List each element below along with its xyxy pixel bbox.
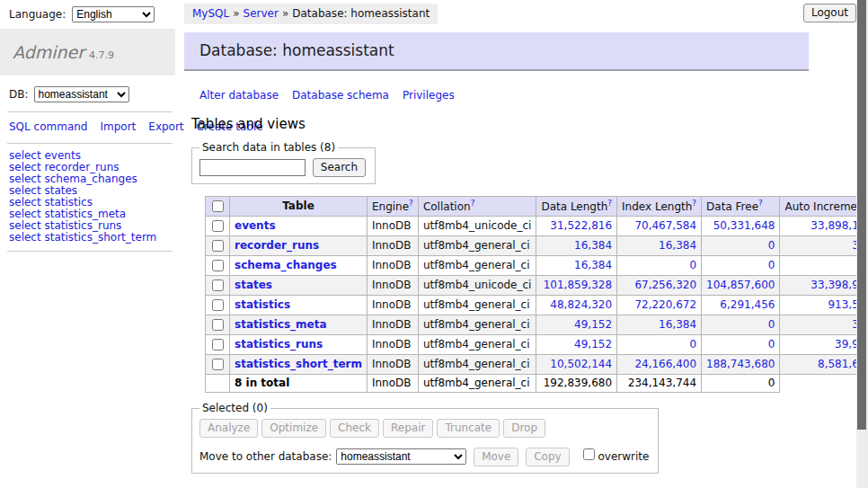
table-link-schema-changes[interactable]: schema_changes [235, 259, 337, 271]
data-free-link[interactable]: 50,331,648 [713, 219, 775, 232]
data-length-link[interactable]: 49,152 [574, 338, 612, 350]
table-link-statistics-runs[interactable]: statistics_runs [235, 338, 323, 350]
overwrite-option[interactable]: overwrite [580, 450, 649, 463]
data-length-link[interactable]: 101,859,328 [544, 279, 612, 291]
sidebar-action-import[interactable]: Import [100, 120, 136, 133]
collation-cell: utf8mb4_general_ci [418, 315, 536, 335]
copy-button[interactable]: Copy [526, 448, 569, 466]
help-icon[interactable]: ? [607, 199, 612, 208]
analyze-button[interactable]: Analyze [199, 419, 258, 438]
row-checkbox-statistics-runs[interactable] [212, 339, 224, 350]
table-link-statistics-meta[interactable]: statistics_meta [235, 318, 327, 331]
table-link-statistics-short-term[interactable]: statistics_short_term [235, 358, 362, 370]
check-button[interactable]: Check [330, 419, 379, 438]
data-length-link[interactable]: 10,502,144 [550, 358, 612, 370]
data-free-cell: 0 [702, 236, 780, 256]
engine-cell: InnoDB [367, 276, 418, 296]
overwrite-checkbox[interactable] [583, 448, 595, 460]
db-link-database-schema[interactable]: Database schema [292, 89, 389, 102]
optimize-button[interactable]: Optimize [261, 419, 326, 438]
table-link-statistics[interactable]: statistics [235, 298, 290, 311]
sidebar-item-select-statistics[interactable]: select statistics [9, 197, 175, 209]
index-length-link[interactable]: 67,256,320 [634, 279, 696, 291]
sidebar-divider [7, 251, 173, 252]
data-free-link[interactable]: 0 [768, 259, 775, 271]
data-free-link[interactable]: 0 [768, 338, 775, 350]
data-length-link[interactable]: 16,384 [574, 239, 612, 252]
language-select[interactable]: English [72, 6, 155, 22]
row-checkbox-statistics-meta[interactable] [212, 319, 224, 331]
table-link-events[interactable]: events [235, 219, 276, 232]
index-length-cell: 24,166,400 [617, 355, 702, 375]
db-select[interactable]: homeassistant [34, 86, 129, 102]
row-checkbox-recorder-runs[interactable] [212, 240, 224, 252]
total-data-free-cell: 0 [702, 375, 780, 393]
data-length-link[interactable]: 49,152 [574, 318, 612, 331]
breadcrumb: MySQL»Server»Database: homeassistant [184, 4, 438, 24]
column-help-data-length: ? [607, 199, 612, 208]
drop-button[interactable]: Drop [503, 419, 545, 438]
data-length-link[interactable]: 31,522,816 [550, 219, 612, 232]
index-length-link[interactable]: 16,384 [659, 318, 696, 331]
help-icon[interactable]: ? [758, 199, 763, 208]
index-length-link[interactable]: 16,384 [659, 239, 696, 252]
data-length-link[interactable]: 16,384 [574, 259, 612, 271]
data-free-link[interactable]: 0 [768, 318, 775, 331]
row-checkbox-states[interactable] [212, 279, 224, 291]
index-length-link[interactable]: 0 [689, 259, 696, 271]
row-checkbox-statistics[interactable] [212, 299, 224, 311]
sidebar-item-select-states[interactable]: select states [9, 185, 175, 197]
sidebar-item-select-statistics-meta[interactable]: select statistics_meta [9, 209, 175, 220]
scrollbar-thumb[interactable] [857, 0, 866, 430]
data-free-link[interactable]: 0 [768, 239, 775, 252]
index-length-link[interactable]: 72,220,672 [634, 298, 696, 311]
search-button[interactable]: Search [313, 158, 366, 177]
auto-increment-cell: 6 [780, 256, 868, 276]
row-checkbox-cell [206, 276, 230, 296]
sidebar-action-export[interactable]: Export [148, 120, 183, 133]
vertical-scrollbar[interactable] [856, 0, 868, 488]
table-link-states[interactable]: states [235, 279, 272, 291]
search-input[interactable] [199, 159, 306, 176]
select-all-checkbox[interactable] [212, 200, 224, 212]
sidebar-item-select-recorder-runs[interactable]: select recorder_runs [9, 162, 175, 173]
breadcrumb-link-server[interactable]: Server [244, 7, 279, 20]
db-selector-row: DB:homeassistant [0, 75, 175, 104]
row-checkbox-events[interactable] [212, 220, 224, 232]
sidebar-item-select-statistics-runs[interactable]: select statistics_runs [9, 220, 175, 232]
index-length-cell: 70,467,584 [617, 217, 702, 236]
truncate-button[interactable]: Truncate [437, 419, 500, 438]
table-name-cell: schema_changes [230, 256, 368, 276]
main-content: MySQL»Server»Database: homeassistant Dat… [184, 0, 809, 488]
sidebar-item-select-events[interactable]: select events [9, 150, 175, 162]
db-link-alter-database[interactable]: Alter database [199, 89, 279, 102]
index-length-link[interactable]: 24,166,400 [634, 358, 696, 370]
breadcrumb-link-mysql[interactable]: MySQL [192, 7, 229, 20]
sidebar-action-sql-command[interactable]: SQL command [9, 120, 87, 133]
index-length-link[interactable]: 0 [689, 338, 696, 350]
table-name-cell: statistics_short_term [230, 355, 368, 375]
row-checkbox-statistics-short-term[interactable] [212, 359, 224, 370]
index-length-link[interactable]: 70,467,584 [634, 219, 696, 232]
data-free-link[interactable]: 6,291,456 [720, 298, 775, 311]
data-free-link[interactable]: 188,743,680 [706, 358, 775, 370]
help-icon[interactable]: ? [471, 199, 475, 208]
move-db-select[interactable]: homeassistant [336, 448, 466, 465]
sidebar-table-links: select eventsselect recorder_runsselect … [9, 150, 175, 244]
breadcrumb-current: Database: homeassistant [292, 7, 430, 20]
sidebar-item-select-schema-changes[interactable]: select schema_changes [9, 173, 175, 185]
table-link-recorder-runs[interactable]: recorder_runs [235, 239, 319, 252]
logout-button[interactable]: Logout [803, 4, 856, 22]
sidebar-item-select-statistics-short-term[interactable]: select statistics_short_term [9, 232, 175, 244]
help-icon[interactable]: ? [692, 199, 696, 208]
column-header-data-length: Data Length? [536, 197, 617, 217]
row-checkbox-cell [206, 335, 230, 355]
data-free-link[interactable]: 104,857,600 [706, 279, 775, 291]
engine-cell: InnoDB [367, 296, 418, 315]
row-checkbox-schema-changes[interactable] [212, 260, 224, 271]
repair-button[interactable]: Repair [383, 419, 433, 438]
move-button[interactable]: Move [474, 448, 518, 466]
help-icon[interactable]: ? [409, 199, 413, 208]
db-link-privileges[interactable]: Privileges [403, 89, 455, 102]
data-length-link[interactable]: 48,824,320 [550, 298, 612, 311]
